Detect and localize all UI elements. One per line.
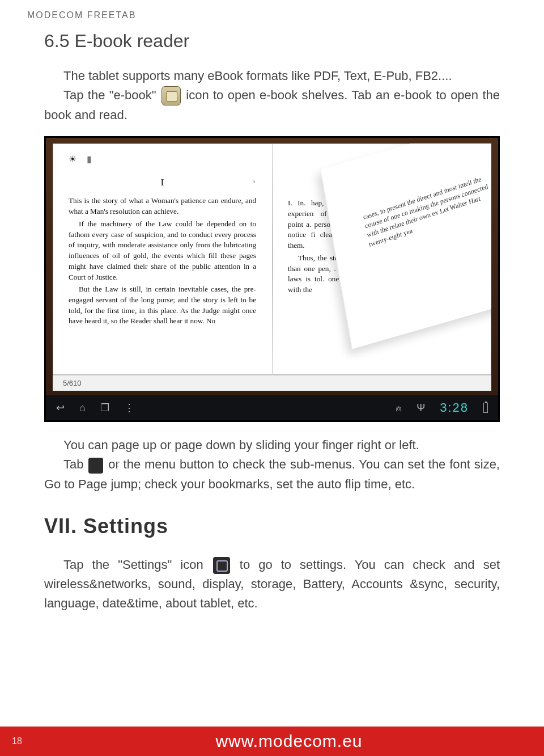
ebook-reader-screenshot: ☀ ▮ I 5 This is the story of what a Woma… (44, 136, 500, 422)
home-icon[interactable]: ⌂ (79, 402, 86, 414)
android-navbar: ↩ ⌂ ❐ ⋮ ⍝ Ψ 3:28 (46, 395, 498, 420)
chapter-number: I (69, 178, 256, 188)
book-para-1: This is the story of what a Woman's pati… (69, 196, 256, 217)
footer-url: www.modecom.eu (34, 732, 544, 751)
bookmark-icon[interactable]: ▮ (87, 154, 92, 164)
page-number: 18 (0, 736, 34, 746)
section-7-heading: VII. Settings (44, 514, 500, 538)
intro-paragraph-1: The tablet supports many eBook formats l… (44, 66, 500, 86)
brightness-icon[interactable]: ☀ (69, 154, 76, 164)
page-marker: 5 (253, 179, 256, 184)
left-page[interactable]: ☀ ▮ I 5 This is the story of what a Woma… (53, 143, 272, 375)
p2a: Tab (63, 457, 87, 471)
menu-icon (88, 458, 103, 474)
section-6-5-heading: 6.5 E-book reader (44, 31, 500, 52)
right-page[interactable]: AA ⤢ ci I. In. hap, other. describ exper… (272, 143, 491, 375)
p2-text-a: Tap the "e-book" (63, 88, 160, 102)
section-7-p1: Tap the "Settings" icon to go to setting… (44, 555, 500, 613)
book-para-2: If the machinery of the Law could be dep… (69, 219, 256, 282)
left-page-text: This is the story of what a Woman's pati… (69, 196, 256, 327)
android-debug-icon[interactable]: ⍝ (396, 402, 402, 414)
settings-app-icon (213, 557, 230, 574)
back-icon[interactable]: ↩ (56, 402, 65, 414)
overflow-icon[interactable]: ⋮ (124, 402, 134, 414)
after-shot-p1: You can page up or page down by sliding … (44, 436, 500, 455)
brand-header: MODECOM FREETAB (0, 0, 544, 20)
page-curl[interactable]: cases, to present the direct and most in… (320, 143, 491, 349)
status-clock[interactable]: 3:28 (440, 400, 469, 415)
open-book: ☀ ▮ I 5 This is the story of what a Woma… (53, 143, 491, 375)
book-frame: ☀ ▮ I 5 This is the story of what a Woma… (46, 138, 498, 395)
ebook-app-icon (162, 86, 181, 105)
s7-p1a: Tap the "Settings" icon (63, 558, 212, 572)
usb-icon[interactable]: Ψ (416, 402, 425, 414)
page-footer: 18 www.modecom.eu (0, 727, 544, 756)
after-shot-p2: Tab or the menu button to check the sub-… (44, 455, 500, 493)
reader-toolbar-left: ☀ ▮ (69, 154, 92, 164)
page-counter: 5/610 (53, 375, 491, 391)
curl-text: cases, to present the direct and most in… (362, 173, 491, 249)
book-para-3: But the Law is still, in certain inevita… (69, 284, 256, 327)
intro-paragraph-2: Tap the "e-book" icon to open e-book she… (44, 86, 500, 125)
battery-icon[interactable] (483, 403, 488, 413)
recent-apps-icon[interactable]: ❐ (100, 402, 109, 414)
